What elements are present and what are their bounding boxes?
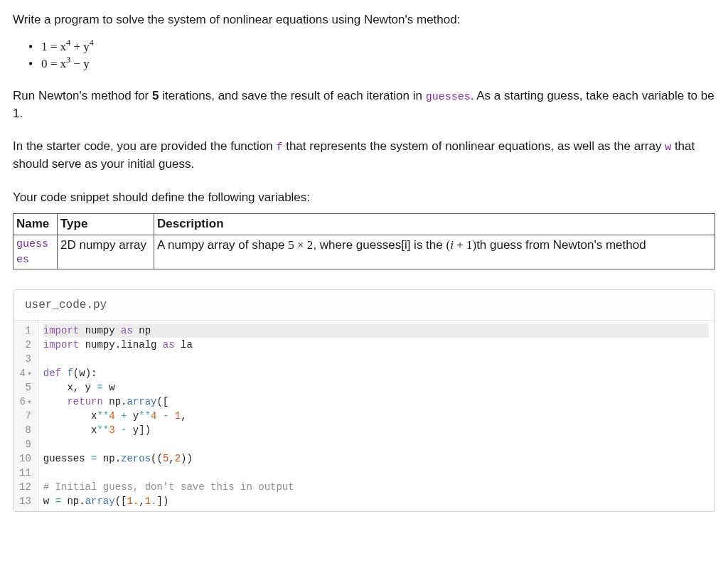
- gutter-line-number: 5: [19, 380, 31, 395]
- code-line[interactable]: [43, 352, 709, 366]
- table-row: guesses 2D numpy array A numpy array of …: [14, 235, 715, 269]
- gutter-line-number: 8: [19, 423, 31, 437]
- desc-suffix: th guess from Newton's method: [476, 238, 646, 252]
- gutter-line-number: 4▼: [19, 366, 31, 380]
- code-filename: user_code.py: [14, 290, 714, 320]
- code-line[interactable]: def f(w):: [43, 366, 709, 380]
- table-header-row: Name Type Description: [14, 214, 715, 235]
- p2-mid: that represents the system of nonlinear …: [282, 139, 665, 153]
- td-description: A numpy array of shape 5 × 2, where gues…: [154, 235, 715, 269]
- code-body: 1234▼56▼78910111213 import numpy as npim…: [14, 321, 714, 511]
- code-line[interactable]: import numpy as np: [43, 323, 709, 338]
- gutter-line-number: 9: [19, 437, 31, 451]
- p1-pre: Run Newton's method for: [13, 89, 152, 102]
- code-line[interactable]: # Initial guess, don't save this in outp…: [43, 480, 709, 494]
- code-line[interactable]: [43, 437, 709, 451]
- code-lines-area[interactable]: import numpy as npimport numpy.linalg as…: [39, 321, 714, 511]
- desc-shape: 5 × 2: [288, 238, 313, 252]
- gutter-line-number: 7: [19, 409, 31, 423]
- equations-list: 1 = x4 + y4 0 = x3 − y: [28, 39, 715, 72]
- code-line[interactable]: import numpy.linalg as la: [43, 338, 709, 352]
- th-description: Description: [154, 214, 715, 235]
- eq2-lhs: 0: [41, 57, 48, 70]
- th-name: Name: [14, 214, 58, 235]
- code-editor: user_code.py 1234▼56▼78910111213 import …: [13, 289, 715, 511]
- paragraph-1: Run Newton's method for 5 iterations, an…: [13, 87, 715, 122]
- variables-table: Name Type Description guesses 2D numpy a…: [13, 213, 715, 269]
- desc-pre: A numpy array of shape: [157, 238, 288, 252]
- intro-text: Write a program to solve the system of n…: [13, 11, 715, 29]
- paragraph-2: In the starter code, you are provided th…: [13, 138, 715, 173]
- paragraph-3: Your code snippet should define the foll…: [13, 189, 715, 207]
- gutter-line-number: 1: [19, 323, 31, 338]
- p1-mid: iterations, and save the result of each …: [159, 89, 425, 102]
- desc-mid: , where guesses[i] is the: [313, 238, 446, 252]
- p2-pre: In the starter code, you are provided th…: [13, 139, 276, 153]
- td-name: guesses: [14, 235, 58, 269]
- code-gutter: 1234▼56▼78910111213: [14, 321, 39, 511]
- p2-code-w: w: [665, 141, 671, 154]
- code-line[interactable]: x, y = w: [43, 380, 709, 395]
- gutter-line-number: 12: [19, 480, 31, 494]
- desc-math: (i + 1): [446, 238, 476, 252]
- td-type: 2D numpy array: [58, 235, 154, 269]
- gutter-line-number: 11: [19, 466, 31, 480]
- p1-code-guesses: guesses: [426, 91, 471, 103]
- gutter-line-number: 2: [19, 338, 31, 352]
- eq1-equals: =: [50, 40, 60, 53]
- th-type: Type: [58, 214, 154, 235]
- gutter-line-number: 3: [19, 352, 31, 366]
- gutter-line-number: 6▼: [19, 395, 31, 409]
- equation-1: 1 = x4 + y4: [28, 39, 715, 55]
- gutter-line-number: 10: [19, 451, 31, 466]
- fold-icon[interactable]: ▼: [28, 367, 31, 381]
- eq2-rhs: x3 − y: [60, 57, 90, 70]
- code-line[interactable]: [43, 466, 709, 480]
- eq1-lhs: 1: [41, 40, 48, 53]
- eq2-equals: =: [50, 57, 60, 70]
- fold-icon[interactable]: ▼: [28, 395, 31, 410]
- eq1-rhs: x4 + y4: [60, 40, 94, 53]
- code-line[interactable]: x**3 - y]): [43, 423, 709, 437]
- code-line[interactable]: return np.array([: [43, 395, 709, 409]
- code-line[interactable]: x**4 + y**4 - 1,: [43, 409, 709, 423]
- code-line[interactable]: w = np.array([1.,1.]): [43, 494, 709, 508]
- code-line[interactable]: guesses = np.zeros((5,2)): [43, 451, 709, 466]
- equation-2: 0 = x3 − y: [28, 56, 715, 72]
- gutter-line-number: 13: [19, 494, 31, 508]
